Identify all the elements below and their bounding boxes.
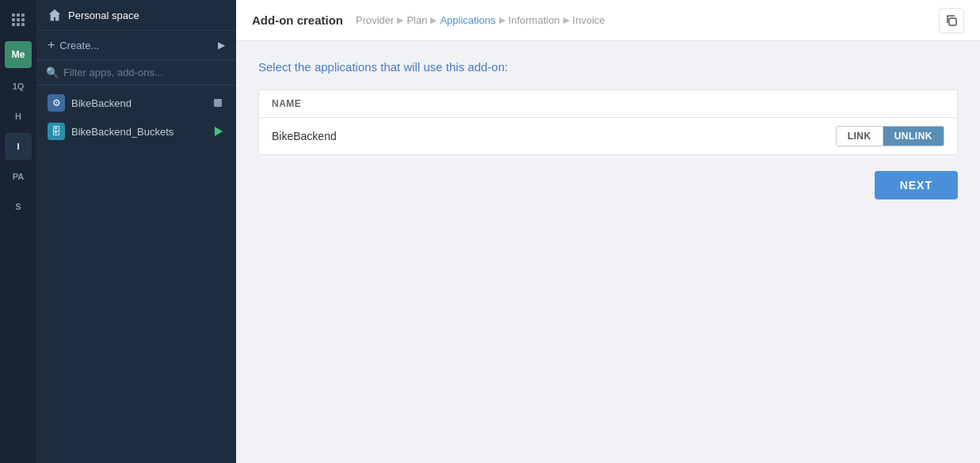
breadcrumb-invoice-label: Invoice (573, 14, 605, 26)
sidebar-item-bikebackend-buckets[interactable]: 🗄 BikeBackend_Buckets (36, 117, 236, 146)
unlink-button[interactable]: UNLINK (883, 126, 944, 146)
personal-space-label: Personal space (68, 9, 139, 21)
plus-icon: + (48, 38, 55, 52)
avatar-i[interactable]: I (5, 133, 32, 160)
home-icon (48, 8, 62, 22)
sidebar-search-bar: 🔍 (36, 60, 236, 85)
sidebar-item-label-bikebackend: BikeBackend (71, 97, 211, 109)
main-panel: Add-on creation Provider ▶ Plan ▶ Applic… (236, 0, 980, 463)
bikebackend-buckets-play-icon (211, 124, 225, 139)
breadcrumb-step-information: Information (509, 14, 560, 26)
table-header: NAME (259, 90, 957, 118)
avatar-me[interactable]: Me (5, 41, 32, 68)
svg-marker-1 (215, 127, 223, 136)
bikebackend-stop-icon (211, 96, 225, 110)
breadcrumb-step-provider: Provider (356, 14, 394, 26)
header-actions (939, 8, 964, 33)
sidebar-item-label-bikebackend-buckets: BikeBackend_Buckets (71, 126, 211, 138)
personal-space-link[interactable]: Personal space (36, 0, 236, 31)
breadcrumb-step-applications: Applications (440, 14, 495, 26)
breadcrumb-arrow-2: ▶ (430, 15, 437, 25)
selection-title: Select the applications that will use th… (258, 60, 958, 74)
breadcrumb-plan-label: Plan (406, 14, 427, 26)
copy-button[interactable] (939, 8, 964, 33)
avatar-s[interactable]: S (5, 193, 32, 220)
avatar-1q[interactable]: 1Q (5, 73, 32, 100)
breadcrumb-arrow-3: ▶ (499, 15, 505, 25)
link-button[interactable]: LINK (836, 126, 883, 146)
table-column-name: NAME (272, 98, 944, 109)
applications-table: NAME BikeBackend LINK UNLINK (258, 89, 958, 155)
table-row: BikeBackend LINK UNLINK (259, 118, 957, 154)
avatar-pa[interactable]: PA (5, 163, 32, 190)
create-button[interactable]: + Create... ▶ (36, 31, 236, 60)
grid-menu-button[interactable] (5, 6, 32, 33)
sidebar-item-bikebackend[interactable]: ⚙ BikeBackend (36, 89, 236, 117)
sidebar: Personal space + Create... ▶ 🔍 ⚙ BikeBac… (36, 0, 236, 463)
app-row-name: BikeBackend (272, 130, 836, 142)
page-title: Add-on creation (252, 13, 343, 27)
breadcrumb-step-invoice: Invoice (573, 14, 605, 26)
arrow-right-icon: ▶ (218, 40, 225, 51)
grid-icon (12, 13, 25, 26)
next-button[interactable]: NEXT (875, 171, 958, 199)
bikebackend-buckets-icon: 🗄 (48, 123, 65, 140)
content-area: Select the applications that will use th… (236, 41, 980, 463)
sidebar-app-list: ⚙ BikeBackend 🗄 BikeBackend_Buckets (36, 85, 236, 463)
copy-icon (945, 14, 958, 27)
bikebackend-icon: ⚙ (48, 94, 65, 112)
create-label: Create... (59, 40, 99, 51)
avatar-h[interactable]: H (5, 103, 32, 130)
breadcrumb-arrow-4: ▶ (563, 15, 570, 25)
search-input[interactable] (63, 66, 227, 78)
page-header: Add-on creation Provider ▶ Plan ▶ Applic… (236, 0, 980, 41)
breadcrumb-step-plan: Plan (406, 14, 427, 26)
svg-rect-2 (949, 18, 956, 25)
search-icon: 🔍 (46, 66, 59, 78)
breadcrumb-provider-label: Provider (356, 14, 394, 26)
breadcrumb-applications-label: Applications (440, 14, 495, 26)
breadcrumb-arrow-1: ▶ (397, 15, 403, 25)
next-row: NEXT (258, 171, 958, 199)
icon-bar: Me 1Q H I PA S (0, 0, 36, 463)
svg-rect-0 (214, 99, 222, 107)
row-actions: LINK UNLINK (836, 126, 944, 146)
breadcrumb-information-label: Information (509, 14, 560, 26)
breadcrumb: Add-on creation Provider ▶ Plan ▶ Applic… (252, 13, 605, 27)
